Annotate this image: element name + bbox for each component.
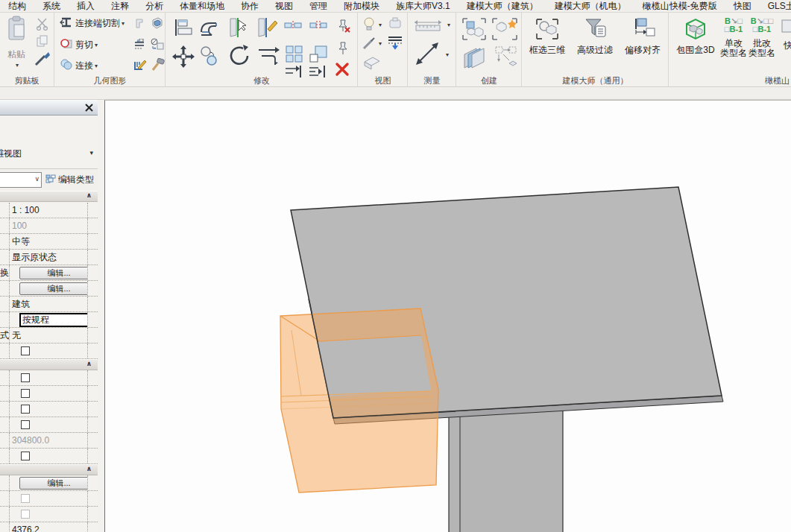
property-value-cell[interactable]: 304800.0	[10, 433, 88, 448]
trim-extend-icon[interactable]	[227, 17, 250, 41]
property-value-cell[interactable]	[10, 343, 88, 358]
menu-item-3[interactable]: 注释	[103, 0, 137, 13]
property-section-header[interactable]: ∧	[0, 359, 98, 370]
create-similar-icon[interactable]	[491, 17, 518, 44]
menu-item-8[interactable]: 管理	[301, 0, 335, 13]
linework-caret-icon[interactable]: ▾	[379, 40, 382, 47]
property-value-cell[interactable]: 编辑...	[10, 281, 88, 296]
property-value-cell[interactable]: 1 : 100	[10, 203, 88, 218]
diagonal-measure-icon[interactable]	[415, 41, 440, 69]
menu-item-7[interactable]: 视图	[267, 0, 301, 13]
checkbox[interactable]	[21, 405, 30, 414]
property-value-cell[interactable]: 4376.2	[10, 522, 88, 532]
match-properties-brush-icon[interactable]	[34, 51, 51, 69]
join-end-cut-caret-icon[interactable]: ▾	[122, 20, 125, 27]
split-gap-icon[interactable]	[309, 20, 327, 34]
menu-item-14[interactable]: 快图	[725, 0, 760, 13]
property-value-cell[interactable]	[10, 449, 88, 463]
wall-sweep-icon[interactable]	[133, 39, 147, 54]
menu-item-4[interactable]: 分析	[137, 0, 171, 13]
rename-single-button[interactable]: B↘□□B-1 单改类型名	[720, 17, 747, 58]
cope-icon[interactable]	[199, 19, 220, 39]
close-icon[interactable]	[83, 102, 95, 113]
linework-brush-icon[interactable]	[362, 37, 376, 53]
wall-join-icon[interactable]	[134, 17, 147, 33]
rotate-icon[interactable]	[227, 44, 251, 71]
column-solid[interactable]	[449, 407, 563, 532]
offset-icon[interactable]	[257, 45, 281, 69]
menu-item-11[interactable]: 建模大师（建筑）	[458, 0, 546, 13]
edit-button[interactable]: 编辑...	[19, 282, 88, 295]
filter-combobox[interactable]: ∨	[0, 172, 42, 188]
pin-icon[interactable]	[336, 41, 350, 59]
properties-title-bar[interactable]	[0, 100, 98, 115]
advanced-filter-button[interactable]: 高级过滤	[573, 17, 617, 55]
demolish-box-icon[interactable]	[150, 38, 165, 54]
property-value-cell[interactable]: 按规程	[10, 312, 88, 327]
copy-icon[interactable]	[37, 35, 48, 50]
property-value-cell[interactable]	[10, 491, 88, 506]
create-array-paste-icon[interactable]	[494, 45, 518, 72]
menu-item-15[interactable]: GLS土建	[760, 0, 791, 13]
property-value-cell[interactable]	[10, 370, 88, 385]
split-element-icon[interactable]	[284, 20, 302, 34]
offset-align-button[interactable]: 偏移对齐	[621, 17, 664, 55]
lightbulb-icon[interactable]	[363, 17, 375, 34]
type-selector[interactable]: 维视图 ▾	[0, 116, 98, 169]
join-geometry-button[interactable]: 连接 ▾	[60, 59, 98, 72]
trim-edit-icon[interactable]	[256, 17, 278, 41]
demolish-hammer-icon[interactable]	[151, 58, 166, 75]
edit-type-button[interactable]: 编辑类型	[45, 171, 97, 189]
menu-item-9[interactable]: 附加模块	[335, 0, 388, 13]
property-value-cell[interactable]: 100	[10, 218, 88, 233]
create-planes-icon[interactable]	[461, 45, 490, 74]
property-value-cell[interactable]: 中等	[10, 234, 88, 249]
scale-icon[interactable]	[309, 45, 327, 66]
mass-orange-box[interactable]	[280, 308, 438, 493]
bounding-box-3d-button[interactable]: 包围盒3D	[672, 17, 719, 55]
join-end-cut-button[interactable]: 连接端切割 ▾	[60, 17, 125, 30]
checkbox[interactable]	[21, 420, 30, 429]
menu-item-2[interactable]: 插入	[69, 0, 103, 13]
menu-item-5[interactable]: 体量和场地	[171, 0, 233, 13]
cut-scissors-icon[interactable]	[36, 17, 49, 34]
rename-batch-button[interactable]: B↘□□□B-1 批改类型名	[749, 17, 775, 58]
checkbox[interactable]	[21, 346, 30, 355]
menu-item-1[interactable]: 系统	[34, 0, 69, 13]
menu-item-13[interactable]: 橄榄山快模-免费版	[634, 0, 725, 13]
cut-off-button[interactable]: 快	[777, 17, 791, 51]
profile-edit-icon[interactable]	[133, 57, 148, 75]
menu-item-12[interactable]: 建模大师（机电）	[546, 0, 634, 13]
checkbox[interactable]	[21, 452, 30, 460]
copy-elements-icon[interactable]	[199, 45, 220, 69]
checkbox[interactable]	[21, 373, 30, 382]
section-collapse-bar[interactable]: ∧	[0, 191, 98, 202]
move-icon[interactable]	[172, 45, 195, 71]
unpin-icon[interactable]	[335, 19, 351, 37]
property-value-cell[interactable]: 无	[10, 328, 88, 343]
paste-button[interactable]: 粘贴▾	[1, 16, 31, 70]
property-value-cell[interactable]: 编辑...	[10, 265, 88, 280]
section-box-icon[interactable]	[362, 56, 382, 74]
face-box-icon[interactable]	[151, 16, 164, 33]
property-value-cell[interactable]: 编辑...	[10, 475, 88, 490]
property-value-cell[interactable]: 显示原状态	[10, 250, 88, 265]
cut-geometry-button[interactable]: 剪切 ▾	[60, 38, 98, 51]
create-group-icon[interactable]	[461, 17, 487, 44]
property-value-cell[interactable]	[10, 402, 88, 417]
edit-button[interactable]: 编辑...	[19, 267, 88, 279]
property-value-cell[interactable]: 建筑	[10, 297, 88, 311]
type-selector-caret-icon[interactable]: ▾	[89, 149, 93, 156]
property-value-cell[interactable]	[10, 386, 88, 401]
ruler-icon[interactable]	[413, 19, 443, 35]
box-select-3d-button[interactable]: 框选三维	[526, 17, 569, 55]
property-value-cell[interactable]	[10, 417, 88, 432]
menu-item-0[interactable]: 结构	[0, 0, 34, 13]
underlay-icon[interactable]	[387, 35, 403, 53]
join-geometry-caret-icon[interactable]: ▾	[95, 63, 98, 69]
property-input-field[interactable]: 按规程	[19, 313, 88, 327]
property-section-header[interactable]: ∧	[0, 464, 98, 475]
paste-caret-icon[interactable]: ▾	[16, 62, 19, 69]
diagonal-measure-caret-icon[interactable]: ▾	[446, 51, 449, 58]
menu-item-10[interactable]: 族库大师V3.1	[388, 0, 458, 13]
